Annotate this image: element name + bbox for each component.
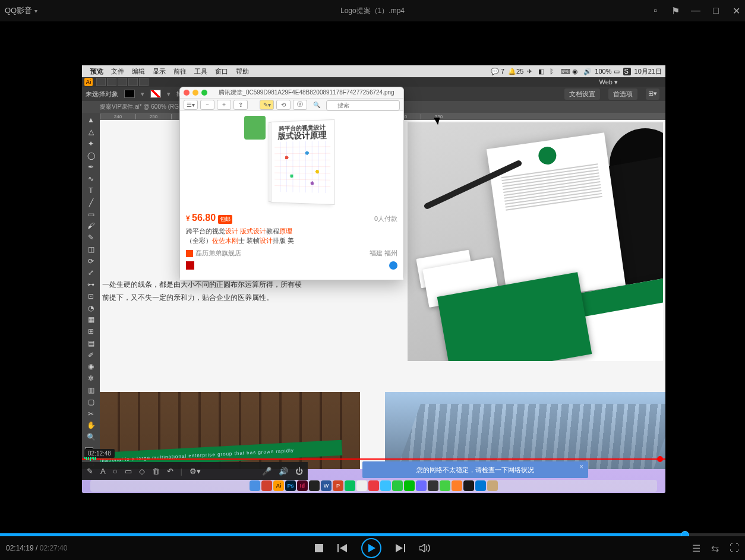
dock-app-icon[interactable] [428, 480, 438, 491]
close-icon[interactable]: ✕ [732, 7, 740, 15]
maximize-icon[interactable]: □ [712, 7, 720, 15]
prev-button[interactable] [337, 544, 347, 552]
artboard-tool-icon[interactable]: ▢ [84, 397, 98, 407]
bird-icon[interactable]: ✈ [527, 68, 535, 75]
brush-tool-icon[interactable]: 🖌 [84, 221, 98, 231]
dock-app-icon[interactable] [309, 480, 320, 491]
dock-app-icon[interactable]: Ai [273, 480, 284, 491]
play-button[interactable] [361, 538, 381, 558]
traffic-minimize-icon[interactable] [192, 90, 198, 96]
status-icon[interactable]: ◧ [538, 68, 546, 75]
gradient-tool-icon[interactable]: ▤ [84, 338, 98, 349]
ai-toolbar-btn[interactable] [96, 78, 106, 86]
menu-view[interactable]: 显示 [153, 68, 166, 75]
traffic-zoom-icon[interactable] [201, 90, 207, 96]
dock-app-icon[interactable] [356, 480, 367, 491]
zoom-in-icon[interactable]: ＋ [217, 100, 231, 110]
app-menu[interactable]: QQ影音 ▾ [5, 5, 37, 16]
pen-tool-icon[interactable]: ✒ [84, 162, 98, 172]
wechat-status[interactable]: 💬 7 [491, 68, 504, 75]
illustrator-icon[interactable]: Ai [84, 78, 93, 86]
stroke-swatch[interactable] [150, 90, 161, 98]
menu-tools[interactable]: 工具 [194, 68, 207, 75]
direct-select-tool-icon[interactable]: △ [84, 127, 98, 137]
toast-close-icon[interactable]: × [579, 463, 583, 471]
battery-status[interactable]: 100% ▭ [595, 68, 619, 75]
shape-builder-tool-icon[interactable]: ◔ [84, 303, 98, 313]
undo-annot-icon[interactable]: ↶ [167, 467, 173, 476]
sogou-icon[interactable]: S [623, 68, 631, 75]
selection-tool-icon[interactable]: ▲ [84, 115, 98, 125]
symbol-tool-icon[interactable]: ✲ [84, 374, 98, 384]
sidebar-toggle-icon[interactable]: ☰▾ [184, 100, 198, 110]
ai-toolbar-btn[interactable] [128, 78, 138, 86]
mesh-tool-icon[interactable]: ⊞ [84, 327, 98, 337]
preview-window[interactable]: 腾讯课堂_0C599D981A29F4E48B8200891178F742772… [179, 87, 404, 280]
circle-annot-icon[interactable]: ○ [113, 467, 118, 476]
markup-icon[interactable]: Ⓐ [293, 100, 307, 110]
notification-status[interactable]: 🔔25 [508, 68, 523, 75]
speaker-icon[interactable]: 🔊 [279, 467, 288, 476]
scale-tool-icon[interactable]: ⤢ [84, 268, 98, 278]
line-tool-icon[interactable]: ╱ [84, 197, 98, 207]
dock-app-icon[interactable] [368, 480, 379, 491]
traffic-close-icon[interactable] [184, 90, 190, 96]
input-icon[interactable]: ⌨ [561, 68, 569, 75]
preview-titlebar[interactable]: 腾讯课堂_0C599D981A29F4E48B8200891178F742772… [180, 87, 403, 98]
rect-annot-icon[interactable]: ▭ [125, 467, 132, 476]
dock-app-icon[interactable]: Ps [285, 480, 296, 491]
perspective-tool-icon[interactable]: ▦ [84, 315, 98, 325]
eraser-annot-icon[interactable]: ◇ [139, 467, 145, 476]
fullscreen-icon[interactable]: ⛶ [730, 543, 739, 554]
dock-app-icon[interactable] [261, 480, 272, 491]
dock-app-icon[interactable]: P [333, 480, 343, 491]
menu-file[interactable]: 文件 [111, 68, 124, 75]
dock-app-icon[interactable] [475, 480, 486, 491]
zoom-tool-icon[interactable]: 🔍 [84, 432, 98, 442]
zoom-out-icon[interactable]: － [200, 100, 214, 110]
minimize-icon[interactable]: — [692, 7, 700, 15]
next-button[interactable] [396, 544, 405, 552]
wifi-icon[interactable]: ◉ [572, 68, 580, 75]
rectangle-tool-icon[interactable]: ▭ [84, 209, 98, 219]
fill-swatch[interactable] [124, 90, 135, 98]
menu-window[interactable]: 窗口 [215, 68, 228, 75]
free-transform-tool-icon[interactable]: ⊡ [84, 291, 98, 301]
share-icon[interactable]: ⇪ [233, 100, 248, 110]
dock-app-icon[interactable] [487, 480, 498, 491]
blend-tool-icon[interactable]: ◉ [84, 362, 98, 372]
magic-wand-tool-icon[interactable]: ✦ [84, 139, 98, 149]
graph-tool-icon[interactable]: ▥ [84, 385, 98, 396]
align-icon[interactable]: ⊞▾ [646, 88, 659, 100]
rotate-icon[interactable]: ⟲ [276, 100, 291, 110]
stop-button[interactable] [315, 544, 323, 552]
dock-app-icon[interactable] [416, 480, 427, 491]
dock-app-icon[interactable]: W [321, 480, 332, 491]
dock-app-icon[interactable] [463, 480, 474, 491]
video-area[interactable]: 预览 文件 编辑 显示 前往 工具 窗口 帮助 💬 7 🔔25 ✈ ◧ ᛒ ⌨ … [0, 21, 745, 533]
prefs-button[interactable]: 首选项 [608, 88, 637, 100]
dock-app-icon[interactable] [452, 480, 462, 491]
bluetooth-icon[interactable]: ᛒ [550, 68, 557, 75]
workspace-label[interactable]: Web ▾ [599, 78, 618, 86]
rotate-tool-icon[interactable]: ⟳ [84, 256, 98, 266]
date[interactable]: 10月21日 [634, 67, 662, 76]
dock-app-icon[interactable] [250, 480, 260, 491]
dock-app-icon[interactable] [392, 480, 403, 491]
type-tool-icon[interactable]: T [84, 186, 98, 196]
mic-icon[interactable]: 🎤 [262, 467, 272, 476]
shop-name[interactable]: 磊历弟弟旗舰店 [195, 249, 241, 258]
eyedropper-tool-icon[interactable]: ✐ [84, 350, 98, 360]
menu-goto[interactable]: 前往 [173, 68, 187, 75]
shaper-tool-icon[interactable]: ✎ [84, 233, 98, 243]
menu-help[interactable]: 帮助 [236, 68, 249, 75]
ai-toolbar-btn[interactable] [107, 78, 116, 86]
dock-app-icon[interactable] [440, 480, 450, 491]
curvature-tool-icon[interactable]: ∿ [84, 174, 98, 184]
delete-annot-icon[interactable]: 🗑 [152, 467, 160, 476]
pen-annot-icon[interactable]: ✎ [87, 467, 93, 476]
wangwang-icon[interactable] [389, 261, 397, 270]
ai-toolbar-btn[interactable] [139, 78, 149, 86]
power-icon[interactable]: ⏻ [295, 467, 303, 476]
volume-button[interactable] [419, 544, 430, 552]
